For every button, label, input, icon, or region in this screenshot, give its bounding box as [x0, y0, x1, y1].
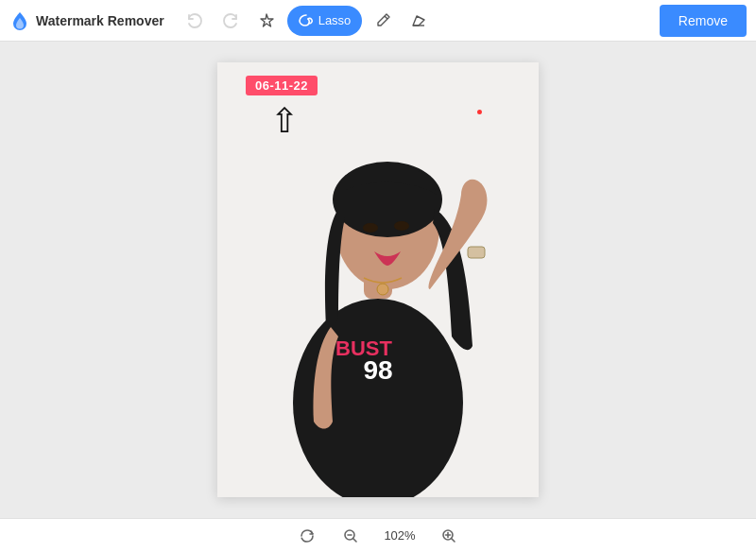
- zoom-in-icon: [441, 528, 456, 543]
- zoom-level: 102%: [381, 528, 419, 543]
- remove-button[interactable]: Remove: [660, 5, 747, 37]
- lasso-button[interactable]: Lasso: [287, 6, 363, 36]
- redo-icon: [222, 12, 239, 29]
- app-logo-icon: [9, 10, 30, 31]
- app-logo: Watermark Remover: [9, 10, 164, 31]
- undo-button[interactable]: [180, 6, 210, 36]
- status-bar: 102%: [0, 518, 756, 552]
- pen-icon: [374, 12, 391, 29]
- rotate-button[interactable]: [294, 523, 320, 549]
- lasso-label: Lasso: [318, 13, 352, 27]
- undo-icon: [186, 12, 203, 29]
- canvas-area: BUST 98: [0, 42, 756, 518]
- red-dot: [477, 110, 482, 114]
- svg-rect-12: [468, 247, 485, 258]
- redo-button[interactable]: [215, 6, 246, 36]
- svg-line-0: [385, 16, 387, 19]
- watermark-tag: 06-11-22: [246, 76, 318, 95]
- favorite-button[interactable]: [251, 6, 282, 36]
- toolbar: Watermark Remover Lasso: [0, 0, 756, 42]
- person-image: BUST 98: [217, 62, 539, 497]
- svg-line-15: [353, 538, 357, 542]
- zoom-in-button[interactable]: [436, 523, 462, 549]
- eraser-button[interactable]: [404, 6, 434, 36]
- app-title: Watermark Remover: [36, 13, 164, 28]
- eraser-icon: [410, 12, 427, 29]
- zoom-out-button[interactable]: [337, 523, 364, 549]
- svg-text:98: 98: [363, 355, 392, 385]
- lasso-icon: [299, 13, 314, 28]
- pen-button[interactable]: [368, 6, 398, 36]
- svg-point-11: [377, 284, 388, 295]
- svg-point-10: [394, 221, 409, 231]
- star-icon: [258, 12, 275, 29]
- svg-point-9: [363, 223, 378, 233]
- zoom-out-icon: [343, 528, 358, 543]
- image-wrapper: BUST 98: [217, 62, 539, 497]
- arrow-indicator: ⇧: [270, 104, 299, 138]
- rotate-icon: [300, 528, 315, 543]
- svg-line-19: [452, 538, 455, 542]
